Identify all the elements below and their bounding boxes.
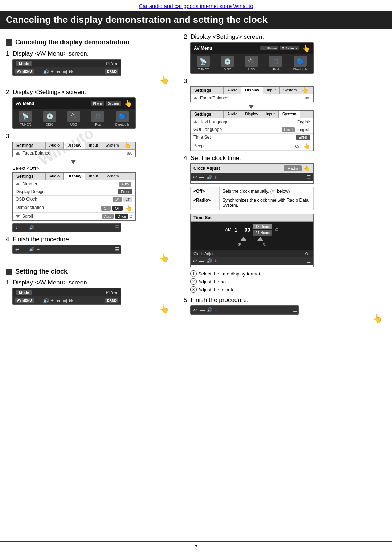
disc-icon-item: 💿 DISC [43,111,56,126]
back-icon-finish[interactable]: ↩ [15,246,20,252]
tab-system-ra[interactable]: System [279,87,301,94]
settings-list-right-a: Settings Audio Display Input System 👆 Fa… [190,86,314,102]
settings-list-display: Settings Audio Display Input System 👆 Fa… [12,142,136,157]
band-btn[interactable]: BAND [105,69,118,74]
av-menu-btn[interactable]: AV MENU [15,69,34,74]
min-up-arrow[interactable] [257,237,263,241]
tab-input-d2[interactable]: Input [85,173,101,180]
time-colon: : [240,227,242,233]
usb-icon-r: 🔌 [245,56,258,67]
finish-plus-r: + [215,307,217,313]
ts-plus: + [214,258,217,264]
page-footer: 7 [0,541,392,550]
av-menu-btn-2[interactable]: AV MENU [15,298,34,303]
nav-menu-icon[interactable]: ☰ [115,225,120,230]
finish-menu-r[interactable]: ☰ [293,307,298,313]
av-top-bar-2: Mode PTY◄ [13,288,121,296]
back-icon[interactable]: ↩ [15,225,20,230]
settings-label-3: Settings [13,142,45,149]
min-num: 00 [245,227,250,233]
step1b-body: Mode PTY◄ AV MENU — 🔊 + ⏮ ▤ ⏭ B [12,288,173,314]
ipod-label: iPod [94,123,101,126]
tab-input-3[interactable]: Input [85,142,101,149]
nav-dash: — [22,225,27,230]
ipod-icon-item: 🎵 iPod [91,111,104,126]
clock-nav-bar: ↩ — 🔊 + ☰ [191,173,313,181]
tab-display-d2[interactable]: Display [63,173,85,180]
radio-btn[interactable]: Radio [284,165,302,171]
tab-audio-ra[interactable]: Audio [223,87,241,94]
settings-tabs-ra: Audio Display Input System 👆 [223,87,309,94]
btn-24h[interactable]: 24 Hours [253,230,272,236]
right-column: 2 Display <Settings> screen. AV Menu 📞 P… [180,33,386,327]
hand-cursor-ra: 👆 [302,87,309,94]
ts-menu-icon[interactable]: ☰ [306,258,311,264]
finish-menu-icon[interactable]: ☰ [115,246,120,252]
up-arrow-textlang [193,120,198,123]
step1b-label: 1 Display <AV Menu> screen. [6,279,173,286]
phone-btn-right[interactable]: 📞 Phone [260,46,278,50]
tab-system-3[interactable]: System [102,142,123,149]
prev-icon-2: ⏮ [56,298,61,303]
step1-body: Mode PTY◄ AV MENU — 🔊 + ⏮ ▤ ⏭ B [12,59,173,85]
hand-cursor-settings: 👆 [124,99,132,107]
bluetooth-icon-r: 🔵 [294,56,307,67]
tab-system-sys[interactable]: System [278,111,300,118]
finish-nav-screen: ↩ — 🔊 + ☰ [12,245,121,254]
btn-12h[interactable]: 12 Hours [253,224,272,229]
phone-btn[interactable]: Phone [91,101,104,106]
eq-icon-2: ▤ [62,298,67,303]
tab-input-ra[interactable]: Input [263,87,279,94]
fader-label-ra: Fader/Balance [200,95,305,101]
clock-adj-footer: Clock Adjust Off [191,250,313,257]
clock-menu-icon[interactable]: ☰ [306,174,311,180]
tab-display-ra[interactable]: Display [241,87,263,94]
settings-btn-right[interactable]: ⚙ Settings [280,46,299,50]
av-controls: — 🔊 + ⏮ ▤ ⏭ [36,69,74,74]
step2r-body: AV Menu 📞 Phone ⚙ Settings 👆 📡 TUNER [190,42,386,74]
bluetooth-label-r: Bluetooth [293,67,307,71]
circle-1-indicator: ① [275,228,279,232]
gui-lang-value: Local English [282,127,310,132]
settings-list-header-ra: Settings Audio Display Input System 👆 [191,87,313,94]
tab-audio-d2[interactable]: Audio [45,173,63,180]
tab-input-sys[interactable]: Input [262,111,278,118]
tab-audio-3[interactable]: Audio [45,142,63,149]
hour-up-arrow[interactable] [241,237,246,241]
scroll-row: Scroll AutoOnce O [13,213,135,220]
back-icon-finish-r[interactable]: ↩ [193,307,197,313]
down-arrow-container-r [248,105,386,109]
ts-dash: — [199,258,204,264]
band-btn-2[interactable]: BAND [105,298,118,303]
av-bottom-bar-2: AV MENU — 🔊 + ⏮ ▤ ⏭ BAND [13,296,121,304]
settings-icons-row-right: 📞 Phone ⚙ Settings 👆 [260,44,310,52]
store-link[interactable]: Car audio and car goods internet store W… [139,3,253,9]
fader-label: Fader/Balance [22,151,127,156]
section2-square [6,269,12,275]
mode-btn[interactable]: Mode [16,61,32,66]
gui-lang-label: GUI Language [193,127,282,132]
up-arrow-fader-ra [193,97,198,99]
clock-adjust-title: Clock Adjust [193,166,284,171]
nav-bar-inner: ↩ — 🔊 + ☰ [13,224,121,232]
tab-display-3[interactable]: Display [63,142,85,149]
step-3-right: 3 Settings Audio Display Input System 👆 [184,78,386,151]
bluetooth-icon-item-r: 🔵 Bluetooth [293,56,307,71]
osd-clock-label: OSD Clock [16,197,113,202]
step3-body: Settings Audio Display Input System 👆 Fa… [12,142,173,232]
back-icon-ts[interactable]: ↩ [193,258,197,264]
vol-ctrl-icon: 🔊 [29,225,34,230]
store-link-container: Car audio and car goods internet store W… [0,0,392,11]
tab-system-d2[interactable]: System [102,173,123,180]
settings-btn[interactable]: Settings [106,101,121,106]
time-set-nav-inner: ↩ — 🔊 + ☰ [191,257,313,265]
section1-header: Canceling the display demonstration [6,38,173,46]
mode-btn-2[interactable]: Mode [16,290,32,295]
back-icon-clock[interactable]: ↩ [193,174,197,180]
tab-audio-sys[interactable]: Audio [223,111,241,118]
down-arrow-scroll [16,215,20,218]
tab-display-sys[interactable]: Display [241,111,262,118]
am-label: AM [225,227,232,232]
av-bottom-bar: AV MENU — 🔊 + ⏮ ▤ ⏭ BAND [13,67,121,75]
scroll-label: Scroll [22,214,102,219]
